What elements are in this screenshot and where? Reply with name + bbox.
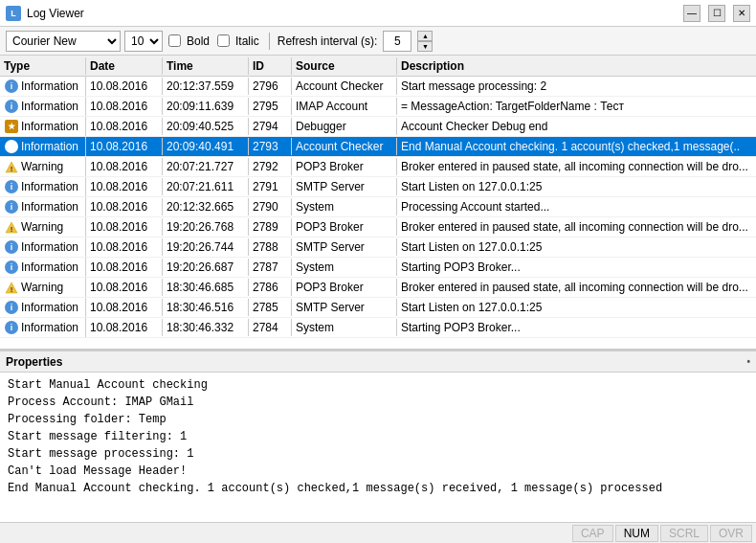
type-label: Information — [21, 321, 78, 334]
cell-date: 10.08.2016 — [86, 138, 163, 155]
cell-source: IMAP Account — [292, 98, 397, 115]
cell-id: 2796 — [249, 78, 292, 95]
table-row[interactable]: i Information 10.08.2016 20:12:37.559 27… — [0, 77, 756, 97]
type-label: Information — [21, 301, 78, 314]
bold-checkbox[interactable] — [168, 34, 181, 47]
info-icon: i — [4, 139, 19, 154]
refresh-input[interactable] — [383, 31, 411, 52]
cell-time: 20:09:40.525 — [163, 118, 249, 135]
property-line: Start Manual Account checking — [8, 376, 748, 394]
cell-id: 2787 — [249, 259, 292, 276]
cell-description: Start Listen on 127.0.0.1:25 — [397, 178, 756, 195]
cell-type: i Information — [0, 318, 86, 337]
refresh-spinner[interactable]: ▲ ▼ — [417, 31, 433, 52]
cell-date: 10.08.2016 — [86, 238, 163, 256]
table-row[interactable]: i Information 10.08.2016 20:12:32.665 27… — [0, 197, 756, 217]
cell-date: 10.08.2016 — [86, 78, 163, 95]
status-item-num: NUM — [615, 525, 658, 542]
cell-type: i Information — [0, 298, 86, 317]
toolbar-divider — [269, 33, 270, 50]
minimize-button[interactable]: — — [683, 5, 700, 22]
cell-date: 10.08.2016 — [86, 98, 163, 115]
cell-date: 10.08.2016 — [86, 198, 163, 215]
font-size-select[interactable]: 10 — [124, 31, 163, 52]
cell-type: ! Warning — [0, 278, 86, 297]
property-line: Start message filtering: 1 — [8, 428, 748, 445]
cell-source: System — [292, 198, 397, 215]
properties-panel: Properties • Start Manual Account checki… — [0, 350, 756, 522]
pin-icon[interactable]: • — [746, 356, 750, 367]
status-item-scrl: SCRL — [660, 525, 708, 542]
property-line: Start message processing: 1 — [8, 445, 748, 463]
cell-source: System — [292, 259, 397, 276]
info-icon: i — [4, 79, 19, 94]
close-button[interactable]: ✕ — [733, 5, 750, 22]
svg-text:!: ! — [11, 225, 13, 234]
cell-id: 2785 — [249, 299, 292, 316]
cell-id: 2790 — [249, 198, 292, 215]
cell-description: Broker entered in paused state, all inco… — [397, 279, 756, 296]
cell-source: POP3 Broker — [292, 279, 397, 296]
cell-date: 10.08.2016 — [86, 279, 163, 296]
window-title: Log Viewer — [27, 7, 676, 20]
svg-text:!: ! — [11, 165, 13, 173]
italic-checkbox[interactable] — [217, 34, 230, 47]
log-scroll[interactable]: i Information 10.08.2016 20:12:37.559 27… — [0, 77, 756, 349]
info-icon: i — [4, 199, 19, 215]
cell-time: 20:12:32.665 — [163, 198, 249, 215]
header-date: Date — [86, 57, 163, 75]
info-icon: i — [4, 239, 19, 255]
cell-time: 20:09:40.491 — [163, 138, 249, 155]
warning-icon: ! — [4, 219, 19, 235]
property-line: Can't load Message Header! — [8, 463, 748, 480]
table-row[interactable]: i Information 10.08.2016 19:20:26.744 27… — [0, 238, 756, 258]
info-icon: i — [4, 179, 19, 194]
property-line: Process Account: IMAP GMail — [8, 394, 748, 411]
table-row[interactable]: ★ Information 10.08.2016 20:09:40.525 27… — [0, 117, 756, 137]
cell-type: i Information — [0, 258, 86, 277]
header-time: Time — [163, 57, 249, 75]
table-row[interactable]: ! Warning 10.08.2016 19:20:26.768 2789 P… — [0, 217, 756, 238]
cell-date: 10.08.2016 — [86, 178, 163, 195]
table-row[interactable]: i Information 10.08.2016 20:07:21.611 27… — [0, 177, 756, 197]
table-row[interactable]: i Information 10.08.2016 18:30:46.332 27… — [0, 318, 756, 338]
log-rows-container: i Information 10.08.2016 20:12:37.559 27… — [0, 77, 756, 338]
type-label: Information — [21, 79, 78, 93]
table-row[interactable]: ! Warning 10.08.2016 20:07:21.727 2792 P… — [0, 157, 756, 177]
table-row[interactable]: i Information 10.08.2016 18:30:46.516 27… — [0, 298, 756, 318]
cell-time: 20:12:37.559 — [163, 78, 249, 95]
type-label: Information — [21, 180, 78, 193]
toolbar: Courier New 10 Bold Italic Refresh inter… — [0, 27, 756, 56]
cell-time: 18:30:46.685 — [163, 279, 249, 296]
maximize-button[interactable]: ☐ — [708, 5, 725, 22]
debug-icon: ★ — [4, 119, 19, 134]
cell-time: 18:30:46.516 — [163, 299, 249, 316]
header-type: Type — [0, 57, 86, 75]
cell-description: Start Listen on 127.0.0.1:25 — [397, 299, 756, 316]
font-select[interactable]: Courier New — [6, 31, 121, 52]
cell-date: 10.08.2016 — [86, 118, 163, 135]
spin-up[interactable]: ▲ — [417, 31, 433, 41]
info-icon: i — [4, 260, 19, 275]
cell-description: Starting POP3 Broker... — [397, 319, 756, 336]
table-row[interactable]: i Information 10.08.2016 20:09:11.639 27… — [0, 97, 756, 117]
header-source: Source — [292, 57, 397, 75]
cell-source: Account Checker — [292, 138, 397, 155]
italic-label: Italic — [235, 34, 259, 48]
table-row[interactable]: i Information 10.08.2016 20:09:40.491 27… — [0, 137, 756, 157]
table-row[interactable]: i Information 10.08.2016 19:20:26.687 27… — [0, 258, 756, 278]
cell-type: i Information — [0, 137, 86, 156]
refresh-label: Refresh interval (s): — [278, 34, 378, 48]
warning-icon: ! — [4, 280, 19, 295]
spin-down[interactable]: ▼ — [417, 41, 433, 52]
properties-header: Properties • — [0, 351, 756, 373]
log-area: Type Date Time ID Source Description i I… — [0, 56, 756, 350]
cell-source: SMTP Server — [292, 299, 397, 316]
type-label: Warning — [21, 160, 63, 173]
table-row[interactable]: ! Warning 10.08.2016 18:30:46.685 2786 P… — [0, 278, 756, 298]
cell-source: Account Checker — [292, 78, 397, 95]
cell-type: i Information — [0, 177, 86, 196]
properties-content: Start Manual Account checkingProcess Acc… — [0, 373, 756, 522]
title-bar: L Log Viewer — ☐ ✕ — [0, 0, 756, 27]
cell-date: 10.08.2016 — [86, 218, 163, 236]
